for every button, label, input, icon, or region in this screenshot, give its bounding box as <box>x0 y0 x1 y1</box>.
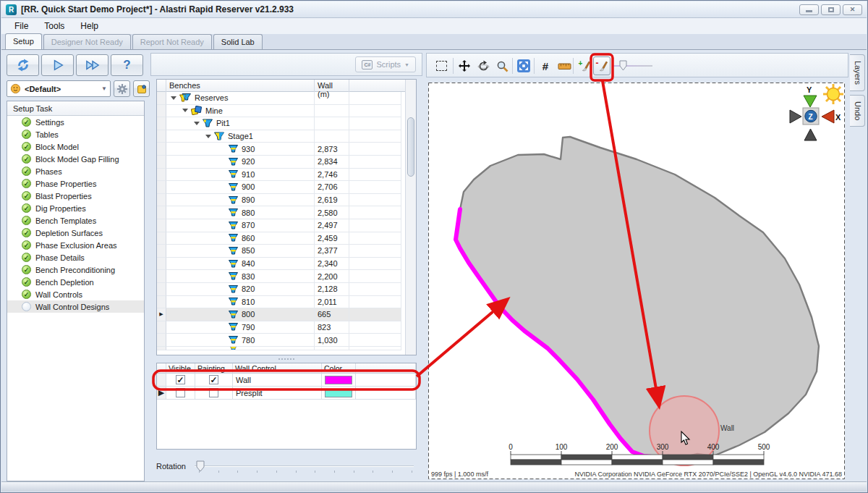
color-swatch[interactable] <box>325 389 352 397</box>
bench-row-810[interactable]: 810 2,011 <box>157 296 416 309</box>
bench-row-830[interactable]: 830 2,200 <box>157 270 416 283</box>
paint-add-button[interactable]: + <box>576 56 593 75</box>
refresh-button[interactable] <box>7 54 39 76</box>
bench-row-840[interactable]: 840 2,340 <box>157 258 416 271</box>
menu-tools[interactable]: Tools <box>37 19 72 33</box>
visible-checkbox[interactable] <box>176 388 185 397</box>
row-indicator <box>157 283 166 296</box>
maximize-button[interactable] <box>821 4 841 15</box>
zoom-button[interactable] <box>493 56 511 75</box>
color-swatch[interactable] <box>325 376 352 384</box>
axis-gizmo[interactable]: Y Z X <box>790 84 843 140</box>
panel-splitter[interactable] <box>150 357 422 361</box>
wall-control-row-presplit[interactable]: ▶ Presplit <box>157 387 416 400</box>
bench-row-900[interactable]: 900 2,706 <box>157 181 416 194</box>
3d-viewport[interactable]: Wall 0100200300400500 <box>428 83 845 479</box>
bench-row-910[interactable]: 910 2,746 <box>157 169 416 182</box>
bench-tree-header: Benches Wall (m) <box>157 80 416 92</box>
bench-row-880[interactable]: 880 2,580 <box>157 206 416 219</box>
bench-row-850[interactable]: 850 2,377 <box>157 245 416 258</box>
scrollbar-thumb[interactable] <box>407 117 414 177</box>
expander-icon[interactable] <box>182 109 188 112</box>
tree-group-reserves[interactable]: Reserves <box>157 92 416 105</box>
tab-solid-lab[interactable]: Solid Lab <box>213 34 263 49</box>
task-item-dig-properties[interactable]: ✓ Dig Properties <box>7 202 144 214</box>
notes-button[interactable] <box>133 80 150 97</box>
bench-row-820[interactable]: 820 2,128 <box>157 283 416 296</box>
task-item-wall-controls[interactable]: ✓ Wall Controls <box>7 288 144 300</box>
chevron-down-icon: ▼ <box>101 85 107 92</box>
task-item-tables[interactable]: ✓ Tables <box>7 128 144 140</box>
minimize-button[interactable] <box>799 4 819 15</box>
bench-row-920[interactable]: 920 2,834 <box>157 156 416 169</box>
bench-row-870[interactable]: 870 2,497 <box>157 219 416 232</box>
menu-help[interactable]: Help <box>73 19 106 33</box>
expander-icon[interactable] <box>205 135 211 138</box>
pit-outline[interactable] <box>456 137 819 458</box>
visible-checkbox[interactable]: ✓ <box>176 375 185 384</box>
task-item-wall-control-designs[interactable]: Wall Control Designs <box>7 300 144 313</box>
tree-group-pit1[interactable]: Pit1 <box>157 117 416 130</box>
side-tab-layers[interactable]: Layers <box>850 54 865 91</box>
painting-checkbox[interactable] <box>209 388 218 397</box>
bench-row-930[interactable]: 930 2,873 <box>157 143 416 156</box>
paint-remove-button[interactable]: - <box>593 56 610 75</box>
grid-button[interactable]: # <box>537 56 554 75</box>
profile-settings-button[interactable] <box>114 80 130 97</box>
pan-button[interactable] <box>456 56 473 75</box>
notebook-icon <box>136 83 148 95</box>
task-item-block-model[interactable]: ✓ Block Model <box>7 140 144 153</box>
tree-group-mine[interactable]: Mine <box>157 105 416 118</box>
task-item-block-model-gap-filling[interactable]: ✓ Block Model Gap Filling <box>7 153 144 165</box>
bench-row-800[interactable]: ▶ 800 665 <box>157 308 416 321</box>
task-item-phase-properties[interactable]: ✓ Phase Properties <box>7 177 144 190</box>
fast-forward-icon <box>85 59 101 72</box>
task-item-blast-properties[interactable]: ✓ Blast Properties <box>7 190 144 202</box>
run-all-button[interactable] <box>76 54 109 76</box>
column-header-wall-control[interactable]: Wall Control <box>233 363 322 374</box>
run-button[interactable] <box>41 54 74 76</box>
close-button[interactable]: ✕ <box>843 4 862 15</box>
tree-group-stage1[interactable]: Stage1 <box>157 130 416 143</box>
bench-row-780[interactable]: 780 1,030 <box>157 334 416 347</box>
zoom-extents-button[interactable] <box>515 56 532 75</box>
side-tab-undo[interactable]: Undo <box>850 95 865 127</box>
task-item-settings[interactable]: ✓ Settings <box>7 116 144 128</box>
column-header-visible[interactable]: Visible <box>166 363 195 374</box>
tab-setup[interactable]: Setup <box>5 33 42 49</box>
painting-checkbox[interactable]: ✓ <box>209 375 218 384</box>
task-item-phase-exclusion-areas[interactable]: ✓ Phase Exclusion Areas <box>7 239 144 251</box>
axis-west-arrow[interactable] <box>790 110 801 123</box>
brush-size-slider[interactable] <box>619 60 628 71</box>
bench-row-790[interactable]: 790 823 <box>157 321 416 334</box>
task-item-phases[interactable]: ✓ Phases <box>7 165 144 177</box>
bench-row-860[interactable]: 860 2,459 <box>157 232 416 245</box>
help-button[interactable]: ? <box>111 54 143 76</box>
marquee-select-button[interactable] <box>433 56 450 75</box>
expander-icon[interactable] <box>194 122 200 125</box>
orbit-button[interactable] <box>475 56 492 75</box>
bench-tree-scrollbar[interactable] <box>405 80 416 355</box>
tab-report-not-ready[interactable]: Report Not Ready <box>132 34 212 49</box>
axis-x-arrow[interactable] <box>822 110 834 123</box>
bench-row-890[interactable]: 890 2,619 <box>157 194 416 207</box>
sun-icon[interactable] <box>823 84 843 104</box>
wall-control-row-wall[interactable]: ✓ ✓ Wall <box>157 374 416 387</box>
column-header-painting[interactable]: Painting <box>195 363 233 374</box>
tab-designer-not-ready[interactable]: Designer Not Ready <box>43 34 131 49</box>
column-header-color[interactable]: Color <box>322 363 356 374</box>
task-item-bench-preconditioning[interactable]: ✓ Bench Preconditioning <box>7 264 144 276</box>
axis-y-arrow[interactable] <box>804 96 817 107</box>
brush-size-track[interactable] <box>612 65 652 67</box>
task-item-phase-details[interactable]: ✓ Phase Details <box>7 251 144 264</box>
expander-icon[interactable] <box>171 96 176 100</box>
rotation-slider[interactable] <box>195 459 417 473</box>
task-item-bench-depletion[interactable]: ✓ Bench Depletion <box>7 276 144 288</box>
measure-button[interactable] <box>556 56 573 75</box>
task-item-bench-templates[interactable]: ✓ Bench Templates <box>7 214 144 227</box>
axis-south-arrow[interactable] <box>804 129 817 140</box>
profile-dropdown[interactable]: <Default> ▼ <box>7 80 111 97</box>
scripts-button[interactable]: C# Scripts ▼ <box>355 56 416 72</box>
task-item-depletion-surfaces[interactable]: ✓ Depletion Surfaces <box>7 227 144 239</box>
menu-file[interactable]: File <box>7 19 35 33</box>
